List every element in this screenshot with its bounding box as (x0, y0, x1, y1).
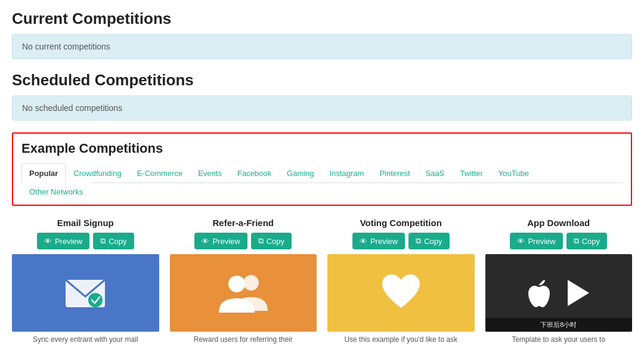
example-competitions-section: Example Competitions Popular Crowdfundin… (12, 132, 632, 206)
tab-popular[interactable]: Popular (21, 163, 66, 183)
tab-twitter[interactable]: Twitter (453, 163, 491, 183)
svg-marker-4 (568, 280, 589, 306)
card-app-download-title: App Download (527, 218, 590, 228)
card-refer-friend-title: Refer-a-Friend (212, 218, 274, 228)
svg-point-1 (88, 293, 103, 307)
tab-other-networks[interactable]: Other Networks (21, 182, 91, 201)
tab-instagram[interactable]: Instagram (322, 163, 372, 183)
play-logo-svg (565, 279, 590, 307)
app-download-desc: Template to ask your users to (512, 335, 605, 344)
card-app-download: App Download 👁 Preview ⧉ Copy (485, 218, 633, 344)
example-competitions-title: Example Competitions (21, 141, 623, 156)
tab-ecommerce[interactable]: E-Commerce (129, 163, 191, 183)
current-competitions-title: Current Competitions (12, 10, 632, 28)
tab-events[interactable]: Events (190, 163, 230, 183)
example-tabs-row: Popular Crowdfunding E-Commerce Events F… (21, 163, 623, 183)
svg-point-2 (243, 275, 259, 291)
card-email-signup-title: Email Signup (57, 218, 114, 228)
voting-desc: Use this example if you'd like to ask (344, 335, 457, 344)
refer-friend-preview-button[interactable]: 👁 Preview (194, 233, 247, 249)
card-email-signup-actions: 👁 Preview ⧉ Copy (37, 233, 134, 249)
cards-row: Email Signup 👁 Preview ⧉ Copy (12, 218, 632, 344)
copy-icon: ⧉ (100, 236, 106, 246)
copy-icon: ⧉ (574, 236, 579, 246)
scheduled-competitions-empty: No scheduled competitions (12, 95, 632, 121)
voting-image (327, 254, 475, 332)
refer-friend-image (170, 254, 317, 332)
tab-gaming[interactable]: Gaming (279, 163, 322, 183)
card-voting: Voting Competition 👁 Preview ⧉ Copy Use … (327, 218, 475, 344)
envelope-svg (64, 275, 106, 311)
card-voting-actions: 👁 Preview ⧉ Copy (352, 233, 450, 249)
copy-icon: ⧉ (416, 236, 421, 246)
tab-saas[interactable]: SaaS (418, 163, 453, 183)
tab-facebook[interactable]: Facebook (230, 163, 279, 183)
app-download-preview-button[interactable]: 👁 Preview (510, 233, 562, 249)
scheduled-competitions-title: Scheduled Competitions (12, 71, 632, 89)
voting-preview-button[interactable]: 👁 Preview (352, 233, 405, 249)
svg-point-3 (228, 276, 245, 292)
app-download-copy-button[interactable]: ⧉ Copy (566, 233, 607, 249)
email-signup-preview-button[interactable]: 👁 Preview (37, 233, 89, 249)
app-download-overlay-text: 下班后8小时 (485, 318, 633, 332)
tab-youtube[interactable]: YouTube (491, 163, 537, 183)
card-refer-friend: Refer-a-Friend 👁 Preview ⧉ Copy (170, 218, 317, 344)
apple-logo-svg (527, 277, 553, 308)
eye-icon: 👁 (44, 237, 52, 246)
heart-svg (379, 272, 423, 314)
people-svg (216, 272, 270, 314)
tab-pinterest[interactable]: Pinterest (371, 163, 417, 183)
copy-icon: ⧉ (258, 236, 264, 246)
card-app-download-actions: 👁 Preview ⧉ Copy (510, 233, 607, 249)
voting-copy-button[interactable]: ⧉ Copy (408, 233, 449, 249)
tabs-second-row: Other Networks (21, 183, 623, 196)
card-email-signup: Email Signup 👁 Preview ⧉ Copy (12, 218, 159, 344)
app-download-image: 下班后8小时 (485, 254, 633, 332)
eye-icon: 👁 (360, 237, 367, 246)
email-signup-image (12, 254, 159, 332)
current-competitions-empty: No current competitions (12, 34, 632, 59)
tab-crowdfunding[interactable]: Crowdfunding (66, 163, 129, 183)
email-signup-copy-button[interactable]: ⧉ Copy (93, 233, 134, 249)
eye-icon: 👁 (202, 237, 209, 246)
eye-icon: 👁 (517, 237, 525, 246)
page-wrapper: Current Competitions No current competit… (0, 0, 644, 349)
card-refer-friend-actions: 👁 Preview ⧉ Copy (194, 233, 292, 249)
card-voting-title: Voting Competition (360, 218, 442, 228)
refer-friend-copy-button[interactable]: ⧉ Copy (251, 233, 292, 249)
refer-friend-desc: Reward users for referring their (194, 335, 293, 344)
email-signup-desc: Sync every entrant with your mail (33, 335, 138, 344)
